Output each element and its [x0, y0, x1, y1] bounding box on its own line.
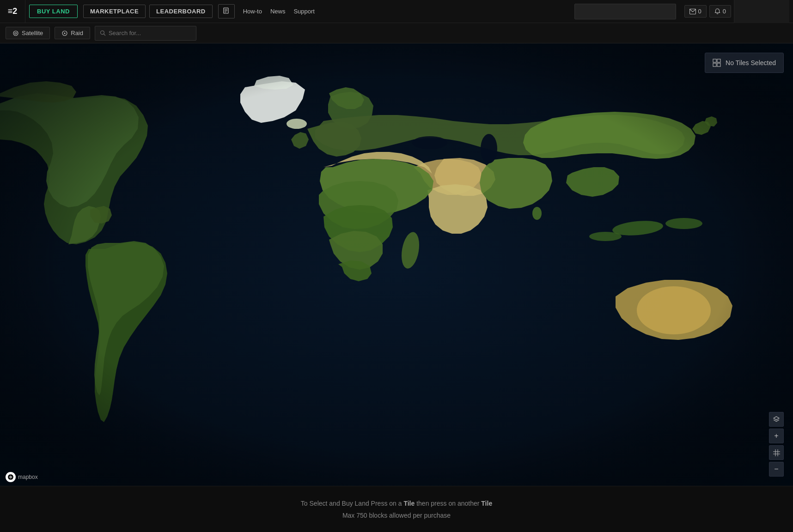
mail-icon: [689, 9, 696, 14]
world-map[interactable]: [0, 43, 793, 486]
svg-point-17: [665, 218, 702, 229]
raid-icon: [61, 30, 68, 36]
nav-right-controls: 0 0: [574, 0, 789, 23]
logo[interactable]: ≡2: [0, 0, 25, 23]
svg-rect-24: [717, 59, 720, 62]
svg-point-13: [287, 119, 307, 129]
bottom-instruction-1: To Select and Buy Land Press on a Tile t…: [301, 500, 492, 507]
svg-point-15: [532, 207, 542, 220]
layers-icon: [773, 416, 780, 423]
svg-rect-26: [717, 63, 720, 66]
map-container[interactable]: No Tiles Selected + −: [0, 43, 793, 486]
map-controls: + −: [769, 412, 784, 477]
svg-rect-25: [713, 63, 716, 66]
sub-navigation: Satellite Raid: [0, 23, 793, 43]
zoom-out-button[interactable]: −: [769, 462, 784, 477]
svg-point-6: [15, 32, 17, 34]
svg-point-8: [64, 32, 66, 34]
svg-point-20: [481, 134, 497, 163]
top-navigation: ≡2 BUY LAND MARKETPLACE LEADERBOARD How-…: [0, 0, 793, 23]
raid-button[interactable]: Raid: [55, 27, 90, 39]
tiles-count-label: No Tiles Selected: [726, 59, 776, 66]
search-input[interactable]: [109, 30, 191, 36]
buy-land-button[interactable]: BUY LAND: [29, 5, 78, 18]
grid-button[interactable]: [769, 445, 784, 460]
svg-point-9: [100, 31, 104, 35]
svg-point-18: [589, 232, 622, 241]
docs-icon: [223, 7, 230, 14]
mail-notification[interactable]: 0: [684, 5, 707, 18]
svg-rect-23: [713, 59, 716, 62]
tiles-icon: [713, 59, 721, 67]
svg-point-5: [13, 31, 18, 36]
search-icon: [100, 30, 106, 36]
bell-notification[interactable]: 0: [709, 5, 731, 18]
svg-point-19: [637, 286, 711, 334]
docs-button[interactable]: [218, 4, 235, 18]
leaderboard-button[interactable]: LEADERBOARD: [149, 5, 213, 18]
marketplace-button[interactable]: MARKETPLACE: [83, 5, 146, 18]
layers-button[interactable]: [769, 412, 784, 427]
bottom-instruction-2: Max 750 blocks allowed per purchase: [342, 512, 451, 519]
svg-line-10: [104, 34, 105, 35]
top-search: [574, 4, 676, 19]
tiles-panel: No Tiles Selected: [705, 53, 784, 73]
mapbox-text: mapbox: [18, 474, 38, 480]
grid-tiles-icon: [713, 59, 721, 67]
search-bar[interactable]: [95, 26, 196, 41]
satellite-button[interactable]: Satellite: [6, 27, 50, 39]
grid-icon: [773, 449, 780, 456]
svg-point-21: [412, 136, 447, 149]
support-link[interactable]: Support: [293, 8, 315, 15]
zoom-in-button[interactable]: +: [769, 429, 784, 443]
avatar-area[interactable]: [734, 0, 789, 23]
mapbox-icon: [6, 472, 16, 482]
how-to-link[interactable]: How-to: [243, 8, 262, 15]
bell-icon: [714, 8, 720, 15]
nav-links: How-to News Support: [243, 8, 315, 15]
bottom-bar: To Select and Buy Land Press on a Tile t…: [0, 486, 793, 532]
news-link[interactable]: News: [270, 8, 286, 15]
satellite-icon: [12, 30, 19, 36]
mapbox-logo: mapbox: [6, 472, 38, 482]
